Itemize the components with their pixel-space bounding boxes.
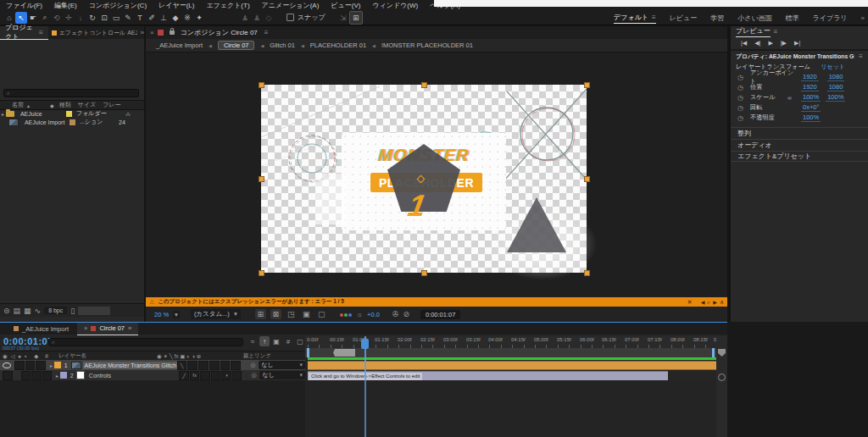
- parent-select[interactable]: なし ▾: [259, 371, 305, 379]
- frame-blend-switch[interactable]: [200, 371, 210, 380]
- show-snapshot-icon[interactable]: ⊘: [403, 310, 409, 318]
- visibility-eye-icon[interactable]: [3, 362, 11, 368]
- col-fps[interactable]: フレー: [103, 101, 120, 109]
- orbit-camera-tool-icon[interactable]: ⟲: [51, 12, 63, 24]
- zoom-level[interactable]: 20 %: [154, 311, 169, 318]
- breadcrumb-item[interactable]: !MONSTER PLACEHOLDER 01: [381, 41, 473, 49]
- panel-menu-icon[interactable]: ≡: [39, 29, 43, 36]
- menu-view[interactable]: ビュー(V): [325, 1, 366, 10]
- mini-flowchart-icon[interactable]: ≈: [248, 336, 258, 346]
- breadcrumb-item-active[interactable]: Circle 07: [218, 41, 255, 50]
- zoom-tool-icon[interactable]: ⌕: [39, 12, 51, 24]
- tab-project[interactable]: プロジェクト ≡: [0, 26, 48, 40]
- zoom-caret-icon[interactable]: ▾: [173, 311, 180, 318]
- selection-handle[interactable]: [259, 270, 264, 276]
- selection-handle[interactable]: [584, 270, 590, 276]
- effects-presets-section-header[interactable]: エフェクト&プリセット: [731, 151, 868, 162]
- motion-blur-switch[interactable]: [211, 371, 221, 380]
- prop-value-y[interactable]: 1080: [827, 83, 845, 91]
- expander-icon[interactable]: ▸: [56, 373, 58, 379]
- project-row-import[interactable]: _AEJuice Import ...ション 24: [0, 118, 144, 126]
- selection-handle[interactable]: [421, 270, 427, 276]
- align-section-header[interactable]: 整列: [731, 127, 868, 138]
- menu-edit[interactable]: 編集(E): [48, 1, 83, 10]
- pen-tool-icon[interactable]: ✎: [122, 12, 134, 24]
- adjustment-switch[interactable]: [220, 361, 231, 370]
- new-folder-icon[interactable]: ▤: [14, 307, 21, 315]
- solo-toggle[interactable]: [31, 371, 42, 380]
- expander-icon[interactable]: ▸: [50, 362, 53, 368]
- type-tool-icon[interactable]: T: [134, 12, 146, 24]
- eraser-tool-icon[interactable]: ◆: [170, 12, 181, 24]
- person-alt-tool-icon[interactable]: ♟: [251, 12, 263, 24]
- lock-toggle[interactable]: [36, 361, 46, 370]
- quality-switch[interactable]: ╱: [179, 371, 189, 380]
- playhead-handle[interactable]: [361, 339, 369, 349]
- motion-blur-switch[interactable]: [209, 361, 220, 370]
- threed-switch[interactable]: [231, 361, 241, 370]
- selection-handle[interactable]: [584, 176, 590, 182]
- breadcrumb-item[interactable]: PLACEHOLDER 01: [310, 41, 366, 49]
- stopwatch-icon[interactable]: ◷: [737, 94, 743, 102]
- comp-tab-title[interactable]: コンポジション Circle 07: [181, 28, 258, 37]
- color-settings-icon[interactable]: ∿: [35, 307, 42, 315]
- panel-menu-icon[interactable]: ≡: [128, 324, 131, 332]
- next-error-icon[interactable]: ▶: [713, 299, 717, 305]
- layer-row-1[interactable]: ▸ 1 AEJuice Monster Transitions Glitch 0…: [0, 360, 305, 370]
- lock-icon[interactable]: [170, 30, 175, 35]
- solo-toggle[interactable]: [25, 361, 36, 370]
- quality-switch[interactable]: ╲: [177, 361, 187, 370]
- workspace-tab-small-screen[interactable]: 小さい画面: [737, 14, 771, 23]
- person-tool-icon[interactable]: ♟: [239, 12, 251, 24]
- marker-bin-icon[interactable]: [718, 373, 726, 381]
- next-frame-icon[interactable]: |▶: [781, 40, 787, 47]
- close-tab-icon[interactable]: ×: [84, 324, 87, 332]
- reset-link[interactable]: リセット: [821, 63, 845, 71]
- project-tab-overflow-icon[interactable]: »: [141, 29, 144, 36]
- shy-layers-icon[interactable]: ▣: [271, 336, 281, 346]
- last-frame-icon[interactable]: ▶|: [794, 40, 800, 47]
- pickwhip-icon[interactable]: ◎: [250, 362, 255, 368]
- marker-well-icon[interactable]: [718, 349, 726, 357]
- work-area-end-handle[interactable]: [712, 348, 715, 357]
- warning-close-icon[interactable]: ✕: [687, 299, 693, 306]
- expander-icon[interactable]: ▸: [2, 111, 4, 117]
- visibility-toggle[interactable]: [3, 371, 13, 380]
- workspace-menu-icon[interactable]: ≡: [652, 14, 656, 21]
- audio-section-header[interactable]: オーディオ: [731, 139, 868, 150]
- dolly-camera-tool-icon[interactable]: ↓: [75, 12, 86, 24]
- current-time-display[interactable]: 0:00:01:07: [420, 310, 460, 319]
- home-icon[interactable]: ⌂: [3, 12, 15, 24]
- link-icon[interactable]: ∞: [787, 95, 798, 101]
- col-type[interactable]: 種類: [59, 101, 71, 109]
- effects-switch[interactable]: fx: [190, 371, 200, 380]
- timeline-track-empty[interactable]: [305, 380, 716, 437]
- show-channel-icon[interactable]: [340, 311, 353, 318]
- prop-value[interactable]: 100%: [801, 113, 821, 122]
- layer-name[interactable]: Controls: [87, 372, 180, 379]
- pan-camera-tool-icon[interactable]: ✛: [63, 12, 75, 24]
- workspace-tab-standard[interactable]: 標準: [786, 14, 799, 23]
- workspace-overflow-icon[interactable]: »: [861, 14, 865, 22]
- lock-toggle[interactable]: [42, 371, 53, 380]
- workspace-tab-default[interactable]: デフォルト ≡: [614, 13, 656, 24]
- breadcrumb-item[interactable]: _AEJuice Import: [156, 41, 203, 49]
- first-frame-icon[interactable]: |◀: [741, 40, 747, 47]
- timeline-search[interactable]: ⌕: [48, 338, 243, 346]
- region-of-interest-icon[interactable]: ◳: [286, 309, 297, 319]
- frame-blending-icon[interactable]: #: [283, 336, 293, 346]
- project-row-folder[interactable]: ▸ _AEJuice フォルダー ⁂: [0, 109, 144, 118]
- menu-window[interactable]: ウィンドウ(W): [366, 1, 424, 10]
- close-tab-icon[interactable]: ×: [150, 29, 154, 36]
- audio-toggle[interactable]: [21, 371, 31, 380]
- pickwhip-icon[interactable]: ◎: [251, 372, 256, 379]
- stopwatch-icon[interactable]: ◷: [737, 84, 743, 91]
- layer-label-swatch[interactable]: [60, 372, 67, 379]
- selection-tool-icon[interactable]: ↖: [15, 12, 27, 24]
- rectangle-tool-icon[interactable]: ▭: [110, 12, 122, 24]
- camera-tool-icon[interactable]: ⊡: [98, 12, 110, 24]
- parent-select[interactable]: なし ▾: [259, 361, 305, 369]
- workspace-tab-review[interactable]: レビュー: [670, 14, 698, 23]
- menu-layer[interactable]: レイヤー(L): [153, 1, 200, 10]
- selection-handle[interactable]: [259, 82, 264, 88]
